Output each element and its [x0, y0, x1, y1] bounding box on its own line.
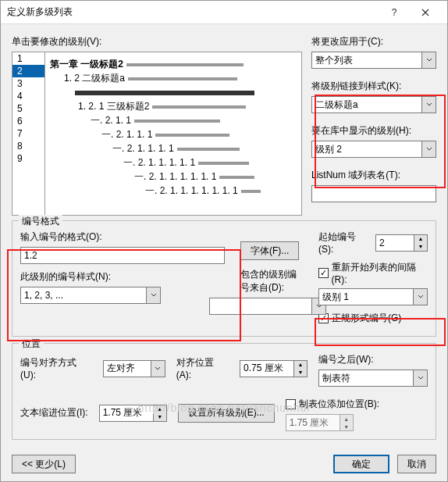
align-select[interactable] — [103, 360, 165, 377]
number-style-label: 此级别的编号样式(N): — [20, 270, 225, 284]
titlebar: 定义新多级列表 ? — [1, 1, 447, 24]
align-at-spin[interactable]: ▲▼ — [240, 360, 308, 377]
include-from-select[interactable] — [209, 298, 326, 315]
include-from-label: 包含的级别编号来自(D): — [240, 268, 303, 295]
number-format-legend: 编号格式 — [19, 215, 62, 228]
spin-down[interactable]: ▼ — [340, 423, 353, 430]
listnum-input[interactable] — [311, 185, 436, 202]
position-legend: 位置 — [19, 337, 44, 351]
indent-label: 文本缩进位置(I): — [20, 406, 88, 420]
checkbox-icon — [318, 268, 329, 278]
level-item[interactable]: 9 — [12, 152, 44, 165]
link-style-label: 将级别链接到样式(K): — [311, 80, 436, 93]
tab-stop-checkbox[interactable]: 制表位添加位置(B): — [286, 398, 428, 411]
align-label: 编号对齐方式(U): — [20, 356, 92, 380]
start-at-spin[interactable]: ▲▼ — [375, 234, 428, 252]
legal-checkbox[interactable]: 正规形式编号(G) — [318, 312, 428, 325]
level-item[interactable]: 7 — [12, 127, 44, 140]
gallery-level-select[interactable] — [311, 141, 436, 158]
apply-to-label: 将更改应用于(C): — [311, 35, 436, 48]
level-list[interactable]: 1 2 3 4 5 6 7 8 9 — [12, 52, 45, 215]
spin-up[interactable]: ▲ — [294, 361, 307, 369]
level-item[interactable]: 4 — [12, 90, 44, 102]
follow-label: 编号之后(W): — [318, 353, 428, 366]
levels-preview-box: 1 2 3 4 5 6 7 8 9 第一章 一级标题2 1. 2 二级标题a — [12, 52, 302, 216]
align-at-label: 对齐位置(A): — [176, 356, 229, 380]
set-all-levels-button[interactable]: 设置所有级别(E)... — [178, 404, 275, 423]
indent-spin[interactable]: ▲▼ — [99, 405, 167, 422]
checkbox-icon — [286, 399, 296, 409]
close-icon — [421, 9, 429, 16]
close-button[interactable] — [410, 2, 441, 23]
number-style-select[interactable] — [20, 287, 161, 304]
link-style-select[interactable] — [311, 96, 436, 113]
level-item[interactable]: 1 — [12, 52, 44, 65]
dialog-title: 定义新多级列表 — [7, 5, 379, 19]
number-format-group: 编号格式 输入编号的格式(O): 此级别的编号样式(N): 字体(F)... 包… — [12, 220, 436, 337]
level-item[interactable]: 5 — [12, 102, 44, 115]
position-group: 位置 编号对齐方式(U): 对齐位置(A): ▲▼ 编号之后(W): 文本缩进位… — [12, 343, 436, 440]
apply-to-select[interactable] — [311, 52, 436, 69]
less-button[interactable]: << 更少(L) — [12, 455, 76, 473]
level-item[interactable]: 8 — [12, 140, 44, 152]
ok-button[interactable]: 确定 — [333, 455, 389, 473]
cancel-button[interactable]: 取消 — [397, 455, 436, 473]
preview-pane: 第一章 一级标题2 1. 2 二级标题a 1. 2. 1 三级标题2 一. 2.… — [45, 52, 301, 215]
enter-format-label: 输入编号的格式(O): — [20, 230, 225, 244]
spin-up[interactable]: ▲ — [154, 405, 166, 413]
spin-up[interactable]: ▲ — [414, 235, 427, 243]
spin-down[interactable]: ▼ — [154, 413, 166, 421]
help-button[interactable]: ? — [379, 2, 410, 23]
font-button[interactable]: 字体(F)... — [240, 241, 299, 260]
restart-select[interactable] — [318, 288, 428, 305]
spin-down[interactable]: ▼ — [414, 243, 427, 251]
tab-stop-spin[interactable]: ▲▼ — [286, 414, 428, 431]
click-level-label: 单击要修改的级别(V): — [12, 35, 302, 48]
start-at-label: 起始编号(S): — [318, 230, 371, 255]
level-item[interactable]: 2 — [12, 65, 44, 77]
enter-format-input[interactable] — [20, 247, 225, 264]
listnum-label: ListNum 域列表名(T): — [311, 169, 436, 182]
follow-select[interactable] — [318, 370, 428, 387]
spin-down[interactable]: ▼ — [294, 369, 307, 377]
level-item[interactable]: 6 — [12, 115, 44, 127]
spin-up[interactable]: ▲ — [340, 415, 353, 423]
gallery-level-label: 要在库中显示的级别(H): — [311, 124, 436, 137]
restart-checkbox[interactable]: 重新开始列表的间隔(R): — [318, 261, 428, 285]
level-item[interactable]: 3 — [12, 77, 44, 90]
